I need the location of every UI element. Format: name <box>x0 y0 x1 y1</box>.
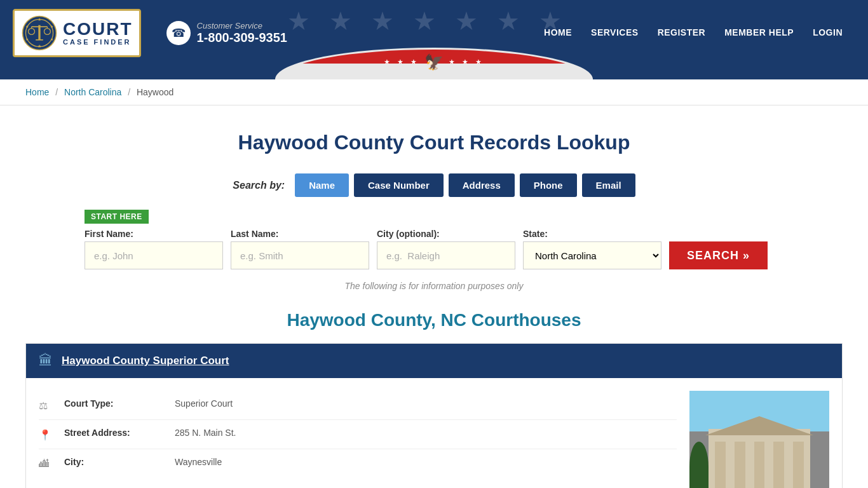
first-name-group: First Name: <box>85 229 223 269</box>
logo-text: COURT CASE FINDER <box>63 20 133 46</box>
phone-icon: ☎ <box>166 21 191 45</box>
location-icon: 📍 <box>39 429 55 441</box>
court-type-value: Superior Court <box>175 398 233 409</box>
court-city-row: 🏙 City: Waynesville <box>39 449 677 477</box>
tab-address[interactable]: Address <box>449 173 515 197</box>
form-row: First Name: Last Name: City (optional): … <box>85 229 783 269</box>
courthouse-icon: 🏛 <box>39 353 53 369</box>
svg-text:★: ★ <box>37 44 41 48</box>
cs-text: Customer Service 1-800-309-9351 <box>197 21 287 45</box>
court-details: ⚖ Court Type: Superior Court 📍 Street Ad… <box>39 391 677 488</box>
gavel-icon: ⚖ <box>39 400 55 412</box>
eagle-icon: 🦅 <box>424 53 444 71</box>
nav-login[interactable]: LOGIN <box>813 27 843 39</box>
search-by-row: Search by: Name Case Number Address Phon… <box>25 173 843 197</box>
state-select[interactable]: North Carolina Alabama Alaska Arizona Ca… <box>523 241 661 269</box>
court-name-link[interactable]: Haywood County Superior Court <box>62 355 229 367</box>
logo-area: ★ ★ ★ ★ ★ ★ COURT CASE FINDER ☎ <box>13 9 287 57</box>
cs-number: 1-800-309-9351 <box>197 30 287 45</box>
first-name-input[interactable] <box>85 241 223 269</box>
svg-rect-9 <box>32 26 48 27</box>
tab-email[interactable]: Email <box>582 173 635 197</box>
logo-emblem-icon: ★ ★ ★ ★ ★ ★ <box>21 15 58 51</box>
stars-right: ★ ★ ★ <box>449 58 484 66</box>
city-icon: 🏙 <box>39 458 55 470</box>
svg-text:★: ★ <box>50 24 53 28</box>
court-card: 🏛 Haywood County Superior Court ⚖ Court … <box>25 343 843 488</box>
city-group: City (optional): <box>377 229 515 269</box>
start-here-badge: START HERE <box>85 210 149 224</box>
city-label: City (optional): <box>377 229 515 239</box>
logo-box: ★ ★ ★ ★ ★ ★ COURT CASE FINDER <box>13 9 141 57</box>
last-name-group: Last Name: <box>231 229 369 269</box>
breadcrumb-state[interactable]: North Carolina <box>64 87 121 97</box>
search-button[interactable]: SEARCH » <box>669 241 768 269</box>
building-placeholder <box>689 391 829 488</box>
city-input[interactable] <box>377 241 515 269</box>
court-card-header: 🏛 Haywood County Superior Court <box>26 344 842 378</box>
info-note: The following is for information purpose… <box>25 281 843 291</box>
court-address-row: 📍 Street Address: 285 N. Main St. <box>39 420 677 449</box>
nav-home[interactable]: HOME <box>544 27 572 39</box>
svg-rect-8 <box>38 25 40 39</box>
nav-register[interactable]: REGISTER <box>658 27 706 39</box>
breadcrumb-county: Haywood <box>137 87 173 97</box>
tab-name[interactable]: Name <box>295 173 349 197</box>
svg-text:★: ★ <box>50 37 53 41</box>
page-title: Haywood County Court Records Lookup <box>25 131 843 154</box>
nav-member-help[interactable]: MEMBER HELP <box>724 27 794 39</box>
stars-left: ★ ★ ★ <box>384 58 419 66</box>
court-card-body: ⚖ Court Type: Superior Court 📍 Street Ad… <box>26 378 842 488</box>
court-address-value: 285 N. Main St. <box>175 428 236 438</box>
cs-label: Customer Service <box>197 21 287 30</box>
breadcrumb: Home / North Carolina / Haywood <box>0 79 868 105</box>
breadcrumb-sep2: / <box>128 87 130 97</box>
court-image <box>689 391 829 488</box>
eagle-banner: ★ ★ ★ 🦅 ★ ★ ★ <box>0 60 868 79</box>
logo-court-text: COURT <box>63 20 133 38</box>
court-city-label: City: <box>64 457 166 467</box>
search-by-label: Search by: <box>233 180 285 191</box>
svg-rect-14 <box>36 39 43 40</box>
courthouses-title: Haywood County, NC Courthouses <box>25 310 843 330</box>
breadcrumb-home[interactable]: Home <box>25 87 49 97</box>
court-address-label: Street Address: <box>64 428 166 438</box>
tab-case-number[interactable]: Case Number <box>354 173 444 197</box>
tab-phone[interactable]: Phone <box>520 173 577 197</box>
svg-text:★: ★ <box>37 17 41 21</box>
court-type-label: Court Type: <box>64 398 166 409</box>
state-label: State: <box>523 229 661 239</box>
last-name-label: Last Name: <box>231 229 369 239</box>
customer-service: ☎ Customer Service 1-800-309-9351 <box>166 21 287 45</box>
logo-case-finder-text: CASE FINDER <box>63 38 133 46</box>
court-city-value: Waynesville <box>175 457 222 467</box>
main-nav: HOME SERVICES REGISTER MEMBER HELP LOGIN <box>544 27 843 39</box>
state-group: State: North Carolina Alabama Alaska Ari… <box>523 229 661 269</box>
svg-text:★: ★ <box>25 24 29 28</box>
svg-text:★: ★ <box>25 37 29 41</box>
first-name-label: First Name: <box>85 229 223 239</box>
nav-services[interactable]: SERVICES <box>591 27 639 39</box>
main-content: Haywood County Court Records Lookup Sear… <box>0 105 868 488</box>
last-name-input[interactable] <box>231 241 369 269</box>
court-type-row: ⚖ Court Type: Superior Court <box>39 391 677 420</box>
breadcrumb-sep1: / <box>55 87 58 97</box>
search-form-area: START HERE First Name: Last Name: City (… <box>85 210 783 269</box>
